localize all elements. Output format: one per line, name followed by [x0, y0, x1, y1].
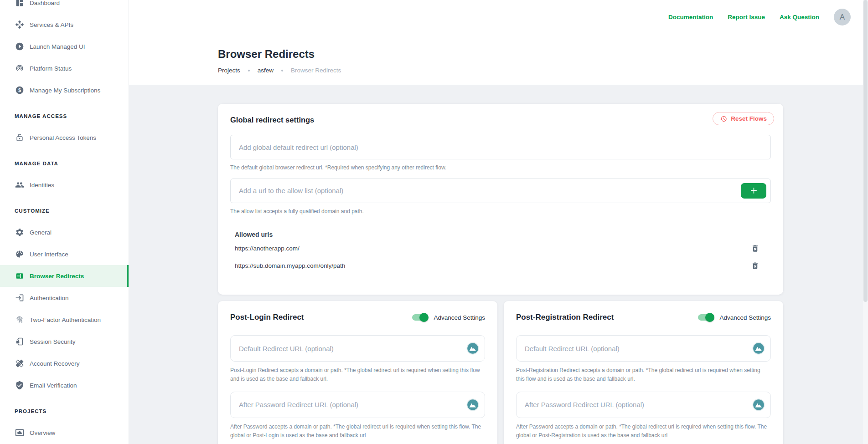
sidebar-section-projects: PROJECTS: [0, 401, 129, 422]
sidebar-item-overview[interactable]: Overview: [0, 422, 129, 444]
sidebar-item-browser-redirects[interactable]: Browser Redirects: [0, 265, 129, 287]
teal-mountain-icon[interactable]: [466, 342, 479, 355]
toggle-knob: [419, 313, 429, 322]
sidebar-item-label: Personal Access Tokens: [30, 134, 96, 141]
post-registration-default-help: Post-Registration Redirect accepts a dom…: [516, 366, 771, 383]
dollar-circle-icon: $: [15, 86, 24, 95]
sidebar-item-platform-status[interactable]: Platform Status: [0, 57, 129, 79]
allow-list-help: The allow list accepts a fully qualified…: [230, 207, 771, 216]
sidebar-item-launch-managed-ui[interactable]: Launch Managed UI: [0, 36, 129, 57]
allowed-url-row: https://anotherapp.com/: [230, 241, 771, 255]
sidebar-item-account-recovery[interactable]: Account Recovery: [0, 352, 129, 374]
allowed-url-row: https://sub.domain.myapp.com/only/path: [230, 259, 771, 273]
page-title: Browser Redirects: [218, 47, 341, 61]
plus-icon: [749, 186, 758, 195]
shield-check-icon: [15, 381, 24, 390]
phone-lock-icon: [15, 337, 24, 346]
sidebar-section-manage-access: MANAGE ACCESS: [0, 106, 129, 127]
global-default-redirect-url-input[interactable]: [230, 135, 771, 159]
trash-icon: [751, 261, 760, 270]
add-allow-url-button[interactable]: [741, 183, 766, 199]
topbar: Documentation Report Issue Ask Question …: [668, 0, 863, 34]
delete-url-button[interactable]: [751, 244, 760, 253]
sidebar-item-label: Launch Managed UI: [30, 43, 85, 50]
trash-icon: [751, 244, 760, 253]
report-issue-link[interactable]: Report Issue: [728, 14, 765, 20]
breadcrumb-separator: [281, 70, 283, 71]
teal-mountain-icon[interactable]: [466, 398, 479, 411]
documentation-link[interactable]: Documentation: [668, 14, 713, 20]
content-panel: Global redirect settings Reset Flows The…: [129, 85, 868, 444]
breadcrumb-project-name[interactable]: asfew: [258, 67, 274, 74]
svg-text:$: $: [18, 87, 21, 93]
breadcrumb-projects[interactable]: Projects: [218, 67, 240, 74]
advanced-settings-toggle[interactable]: [698, 314, 713, 321]
sidebar-item-session-security[interactable]: Session Security: [0, 331, 129, 352]
allowed-url-text: https://sub.domain.myapp.com/only/path: [235, 262, 751, 269]
post-registration-default-redirect-input[interactable]: [516, 335, 771, 362]
page-head: Browser Redirects Projects asfew Browser…: [218, 47, 341, 74]
sidebar-item-label: General: [30, 229, 52, 236]
sidebar-item-label: Services & APIs: [30, 21, 73, 28]
advanced-settings-label: Advanced Settings: [719, 314, 771, 321]
global-default-redirect-help: The default global browser redirect url.…: [230, 163, 771, 172]
post-login-default-redirect-input[interactable]: [230, 335, 485, 362]
sidebar-item-services-apis[interactable]: Services & APIs: [0, 14, 129, 36]
post-login-redirect-card: Post-Login Redirect Advanced Settings Po…: [218, 301, 497, 444]
platform-status-icon: [15, 64, 24, 73]
advanced-settings-toggle[interactable]: [412, 314, 428, 321]
post-login-title: Post-Login Redirect: [230, 312, 304, 323]
bandage-icon: [15, 359, 24, 368]
cloud-frame-icon: [15, 428, 24, 437]
allow-list-url-input[interactable]: [230, 179, 771, 203]
scrollbar-thumb[interactable]: [863, 0, 868, 302]
sidebar-nav: Dashboard Services & APIs Launch Managed…: [0, 0, 129, 444]
palette-icon: [15, 250, 24, 259]
fingerprint-icon: [15, 315, 24, 324]
post-registration-after-password-input[interactable]: [516, 392, 771, 418]
global-card-title: Global redirect settings: [230, 115, 771, 125]
sidebar-item-label: Two-Factor Authentication: [30, 316, 101, 323]
delete-url-button[interactable]: [751, 261, 760, 270]
gear-icon: [15, 228, 24, 237]
services-apis-icon: [15, 20, 24, 29]
sidebar: Dashboard Services & APIs Launch Managed…: [0, 0, 129, 444]
post-login-after-password-help: After Password accepts a domain or path.…: [230, 423, 485, 440]
sidebar-item-general[interactable]: General: [0, 221, 129, 243]
ask-question-link[interactable]: Ask Question: [780, 14, 819, 20]
sidebar-item-authentication[interactable]: Authentication: [0, 287, 129, 309]
post-login-after-password-input[interactable]: [230, 392, 485, 418]
sidebar-item-user-interface[interactable]: User Interface: [0, 243, 129, 265]
login-icon: [15, 293, 24, 302]
sidebar-item-label: Session Security: [30, 338, 76, 345]
breadcrumb-separator: [248, 70, 250, 71]
reset-flows-button[interactable]: Reset Flows: [713, 112, 774, 125]
allowed-url-text: https://anotherapp.com/: [235, 245, 751, 252]
post-registration-title: Post-Registration Redirect: [516, 312, 614, 323]
toggle-knob: [705, 313, 714, 322]
teal-mountain-icon[interactable]: [752, 398, 765, 411]
sidebar-item-manage-subscriptions[interactable]: $ Manage My Subscriptions: [0, 79, 129, 101]
sidebar-item-identities[interactable]: Identities: [0, 174, 129, 196]
post-registration-advanced-settings: Advanced Settings: [698, 314, 771, 321]
teal-mountain-icon[interactable]: [752, 342, 765, 355]
sidebar-item-label: Overview: [30, 429, 55, 436]
sidebar-section-manage-data: MANAGE DATA: [0, 153, 129, 174]
advanced-settings-label: Advanced Settings: [434, 314, 485, 321]
sidebar-item-email-verification[interactable]: Email Verification: [0, 374, 129, 396]
history-restore-icon: [720, 115, 727, 122]
avatar[interactable]: A: [834, 9, 851, 26]
sidebar-item-label: Manage My Subscriptions: [30, 87, 100, 94]
sidebar-item-two-factor-authentication[interactable]: Two-Factor Authentication: [0, 309, 129, 331]
flow-cards-row: Post-Login Redirect Advanced Settings Po…: [218, 301, 783, 444]
post-login-default-help: Post-Login Redirect accepts a domain or …: [230, 366, 485, 383]
sidebar-section-customize: CUSTOMIZE: [0, 200, 129, 221]
people-icon: [15, 180, 24, 189]
browser-window-icon: [15, 271, 24, 281]
post-login-advanced-settings: Advanced Settings: [412, 314, 485, 321]
breadcrumb: Projects asfew Browser Redirects: [218, 67, 341, 74]
sidebar-item-personal-access-tokens[interactable]: Personal Access Tokens: [0, 127, 129, 148]
page-scrollbar[interactable]: [863, 0, 868, 444]
sidebar-item-dashboard[interactable]: Dashboard: [0, 0, 129, 14]
dashboard-icon: [15, 0, 24, 7]
